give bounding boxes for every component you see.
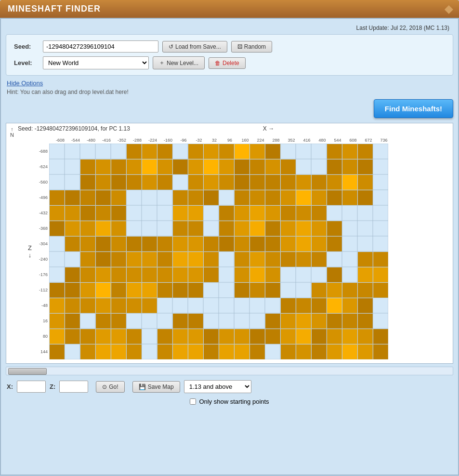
only-starting-label: Only show starting points	[199, 398, 269, 405]
y-label: -176	[35, 267, 48, 282]
save-icon: 💾	[139, 383, 146, 390]
x-label: -32	[191, 138, 207, 143]
level-select[interactable]: New World	[43, 56, 149, 69]
scrollbar-thumb[interactable]	[8, 368, 47, 375]
options-panel: Seed: ↺ Load from Save... ⚄ Random Level…	[6, 34, 453, 76]
x-label: 672	[361, 138, 376, 143]
y-label: -560	[35, 174, 48, 190]
y-label: -432	[35, 205, 48, 221]
x-label: -608	[52, 138, 68, 143]
save-map-button[interactable]: 💾 Save Map	[132, 381, 180, 393]
plus-icon: ＋	[159, 59, 165, 67]
x-label: -224	[145, 138, 160, 143]
y-label: -496	[35, 190, 48, 205]
x-label: -480	[83, 138, 99, 143]
hint-text: Hint: You can also drag and drop level.d…	[7, 89, 453, 95]
x-label: -288	[130, 138, 145, 143]
y-label: -240	[35, 251, 48, 267]
random-button[interactable]: ⚄ Random	[231, 41, 272, 53]
x-label: -352	[114, 138, 130, 143]
x-coord-label: X:	[7, 383, 13, 390]
seed-input[interactable]	[43, 40, 158, 53]
x-label: 160	[237, 138, 253, 143]
y-label: -624	[35, 159, 48, 174]
seed-label: Seed:	[14, 43, 43, 50]
y-label: 144	[35, 344, 48, 359]
z-letter: Z	[28, 244, 32, 251]
bottom-controls: X: Z: ⊙ Go! 💾 Save Map 1.13 and above 1.…	[6, 377, 453, 396]
x-label: 480	[315, 138, 330, 143]
title-bar: MINESHAFT FINDER	[0, 0, 459, 18]
load-from-save-button[interactable]: ↺ Load from Save...	[162, 41, 227, 53]
trash-icon: 🗑	[215, 60, 221, 66]
map-header: ↑N Seed: -1294804272396109104, for PC 1.…	[6, 123, 453, 138]
compass: ↑N	[10, 126, 14, 138]
x-label: 224	[253, 138, 268, 143]
x-label: -544	[68, 138, 83, 143]
find-mineshafts-button[interactable]: Find Mineshafts!	[374, 99, 453, 118]
hide-options-link[interactable]: Hide Options	[7, 79, 43, 87]
y-label: -48	[35, 298, 48, 313]
x-label: 736	[376, 138, 392, 143]
x-label: 32	[207, 138, 222, 143]
z-coord-label: Z:	[50, 383, 55, 390]
last-update: Last Update: Jul 22, 2018 (MC 1.13)	[6, 24, 453, 34]
new-level-button[interactable]: ＋ New Level...	[153, 56, 205, 69]
x-coord-input[interactable]	[17, 381, 46, 393]
y-label: -112	[35, 282, 48, 298]
map-canvas-wrapper: -608-544-480-416-352-288-224-160-96-3232…	[6, 138, 453, 363]
app-title: MINESHAFT FINDER	[8, 4, 101, 14]
y-label: 80	[35, 329, 48, 344]
x-label: 96	[222, 138, 237, 143]
grid-canvas	[49, 144, 388, 359]
options-hint-area: Hide Options Hint: You can also drag and…	[6, 79, 453, 95]
seed-row: Seed: ↺ Load from Save... ⚄ Random	[14, 40, 445, 53]
y-label: -368	[35, 221, 48, 236]
y-labels: -688-624-560-496-432-368-304-240-176-112…	[35, 144, 48, 359]
z-axis-label: Z ↓	[26, 144, 34, 359]
version-select[interactable]: 1.13 and above 1.0 - 1.12 Beta	[184, 380, 251, 393]
y-label: -688	[35, 144, 48, 159]
level-label: Level:	[14, 59, 43, 66]
find-button-wrapper: Find Mineshafts!	[6, 99, 453, 118]
dice-icon: ⚄	[237, 43, 242, 50]
x-label: 608	[345, 138, 361, 143]
load-icon: ↺	[169, 43, 173, 50]
go-button[interactable]: ⊙ Go!	[96, 381, 124, 393]
go-icon: ⊙	[102, 383, 107, 390]
x-label: 352	[284, 138, 299, 143]
only-starting-checkbox[interactable]	[190, 398, 196, 405]
z-coord-input[interactable]	[59, 381, 88, 393]
scrollbar-area[interactable]	[6, 367, 453, 375]
z-arrow: ↓	[28, 251, 32, 259]
x-labels-row: -608-544-480-416-352-288-224-160-96-3232…	[39, 138, 449, 143]
x-label: -160	[160, 138, 176, 143]
level-row: Level: New World ＋ New Level... 🗑 Delete	[14, 56, 445, 69]
x-labels: -608-544-480-416-352-288-224-160-96-3232…	[52, 138, 392, 143]
y-label: 16	[35, 313, 48, 329]
x-arrow-label: X →	[263, 125, 274, 132]
map-area: ↑N Seed: -1294804272396109104, for PC 1.…	[6, 123, 453, 364]
grid-with-z: Z ↓ -688-624-560-496-432-368-304-240-176…	[26, 144, 449, 359]
seed-info: Seed: -1294804272396109104, for PC 1.13	[18, 125, 449, 132]
x-label: 416	[299, 138, 315, 143]
y-label: -304	[35, 236, 48, 251]
x-label: -416	[99, 138, 114, 143]
delete-button[interactable]: 🗑 Delete	[209, 57, 246, 69]
checkbox-row: Only show starting points	[6, 396, 453, 409]
map-grid[interactable]	[49, 144, 388, 359]
x-label: 544	[330, 138, 345, 143]
x-label: -96	[176, 138, 191, 143]
x-label: 288	[268, 138, 284, 143]
